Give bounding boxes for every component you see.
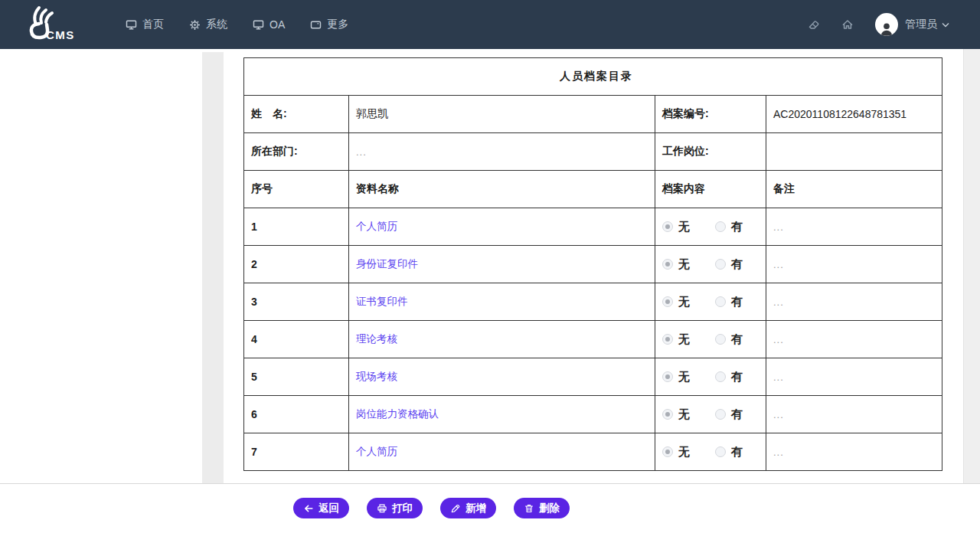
material-link[interactable]: 理论考核: [356, 333, 397, 345]
nav-item-more[interactable]: 更多: [310, 18, 348, 31]
radio-none[interactable]: 无: [662, 295, 690, 309]
info-row-dept: 所在部门: ... 工作岗位:: [244, 133, 942, 171]
radio-circle-icon: [715, 409, 726, 420]
monitor-icon: [253, 19, 264, 31]
radio-group: 无 有: [662, 407, 766, 422]
eraser-button[interactable]: [808, 18, 820, 31]
pencil-icon: [450, 503, 461, 514]
radio-have-label: 有: [731, 332, 743, 347]
radio-circle-icon: [715, 334, 726, 345]
content-area: 人员档案目录 姓 名: 郭思凯 档案编号: AC2020110812264878…: [202, 52, 963, 483]
row-number: 1: [244, 208, 349, 246]
table-row: 7 个人简历 无 有 ...: [244, 433, 942, 471]
print-button[interactable]: 打印: [367, 498, 423, 518]
button-label: 删除: [539, 502, 560, 515]
radio-circle-icon: [715, 371, 726, 382]
radio-group: 无 有: [662, 257, 766, 272]
trash-icon: [524, 503, 534, 514]
material-link[interactable]: 个人简历: [356, 446, 397, 457]
radio-none[interactable]: 无: [662, 220, 690, 234]
nav-right: 管理员: [808, 13, 949, 36]
row-number: 3: [244, 283, 349, 321]
remark-cell: ...: [766, 358, 942, 396]
nav-item-home[interactable]: 首页: [126, 18, 164, 31]
user-menu[interactable]: 管理员: [905, 18, 949, 31]
radio-have[interactable]: 有: [715, 370, 743, 384]
chevron-down-icon: [942, 22, 949, 28]
button-label: 打印: [392, 502, 413, 515]
eraser-icon: [808, 18, 820, 31]
radio-have[interactable]: 有: [715, 445, 743, 459]
radio-circle-icon: [715, 296, 726, 307]
material-cell: 现场考核: [349, 358, 655, 396]
home-button[interactable]: [841, 18, 854, 31]
table-row: 5 现场考核 无 有 ...: [244, 358, 942, 396]
name-label: 姓 名:: [244, 96, 349, 133]
nav-bar: CMS 首页 系统 OA: [0, 0, 980, 49]
nav-item-oa[interactable]: OA: [253, 18, 285, 31]
add-button[interactable]: 新增: [440, 498, 496, 518]
radio-have[interactable]: 有: [715, 295, 743, 309]
monitor-icon: [126, 19, 137, 31]
material-link[interactable]: 身份证复印件: [356, 258, 418, 270]
archive-rows: 1 个人简历 无 有 ... 2 身份证复印件: [244, 208, 942, 471]
radio-none[interactable]: 无: [662, 407, 690, 422]
radio-have[interactable]: 有: [715, 220, 743, 234]
radio-circle-icon: [662, 371, 673, 382]
table-row: 6 岗位能力资格确认 无 有 ...: [244, 396, 942, 433]
radio-none[interactable]: 无: [662, 370, 690, 384]
radio-none[interactable]: 无: [662, 257, 690, 272]
nav-item-system[interactable]: 系统: [189, 18, 227, 31]
radio-circle-icon: [662, 296, 673, 307]
material-link[interactable]: 个人简历: [356, 221, 397, 232]
remark-text: ...: [773, 371, 784, 383]
nav-item-label: 首页: [142, 18, 164, 31]
table-row: 4 理论考核 无 有 ...: [244, 321, 942, 358]
table-row: 1 个人简历 无 有 ...: [244, 208, 942, 246]
main-area: 人员档案目录 姓 名: 郭思凯 档案编号: AC2020110812264878…: [0, 49, 980, 484]
col-header-name: 资料名称: [349, 171, 655, 208]
window-icon: [310, 19, 322, 31]
radio-circle-icon: [715, 259, 726, 270]
remark-text: ...: [773, 221, 784, 233]
material-link[interactable]: 证书复印件: [356, 296, 408, 307]
material-link[interactable]: 岗位能力资格确认: [356, 408, 439, 420]
radio-have[interactable]: 有: [715, 332, 743, 347]
radio-none[interactable]: 无: [662, 332, 690, 347]
button-label: 新增: [466, 502, 486, 515]
remark-text: ...: [773, 259, 784, 270]
vertical-scrollbar[interactable]: [963, 49, 980, 483]
material-cell: 身份证复印件: [349, 246, 655, 283]
material-cell: 个人简历: [349, 433, 655, 471]
avatar[interactable]: [875, 13, 898, 36]
archive-table: 人员档案目录 姓 名: 郭思凯 档案编号: AC2020110812264878…: [243, 57, 942, 471]
home-icon: [841, 18, 854, 31]
delete-button[interactable]: 删除: [514, 498, 570, 518]
content-cell: 无 有: [655, 358, 766, 396]
radio-none[interactable]: 无: [662, 445, 690, 459]
remark-cell: ...: [766, 208, 942, 246]
remark-text: ...: [773, 409, 784, 420]
document-card: 人员档案目录 姓 名: 郭思凯 档案编号: AC2020110812264878…: [224, 52, 963, 483]
radio-have-label: 有: [731, 220, 743, 234]
back-button[interactable]: 返回: [293, 498, 349, 518]
dept-label: 所在部门:: [244, 133, 349, 171]
file-no-label: 档案编号:: [655, 96, 766, 133]
remark-cell: ...: [766, 321, 942, 358]
content-cell: 无 有: [655, 283, 766, 321]
radio-group: 无 有: [662, 295, 766, 309]
row-number: 4: [244, 321, 349, 358]
radio-group: 无 有: [662, 220, 766, 234]
nav-menu: 首页 系统 OA 更多: [126, 18, 348, 31]
printer-icon: [377, 503, 387, 514]
radio-have[interactable]: 有: [715, 407, 743, 422]
radio-have-label: 有: [731, 370, 743, 384]
row-number: 2: [244, 246, 349, 283]
radio-have[interactable]: 有: [715, 257, 743, 272]
gear-icon: [189, 19, 201, 31]
col-header-remark: 备注: [766, 171, 942, 208]
dept-value-text: ...: [356, 146, 367, 158]
material-link[interactable]: 现场考核: [356, 371, 397, 382]
radio-circle-icon: [715, 446, 726, 457]
radio-circle-icon: [662, 334, 673, 345]
